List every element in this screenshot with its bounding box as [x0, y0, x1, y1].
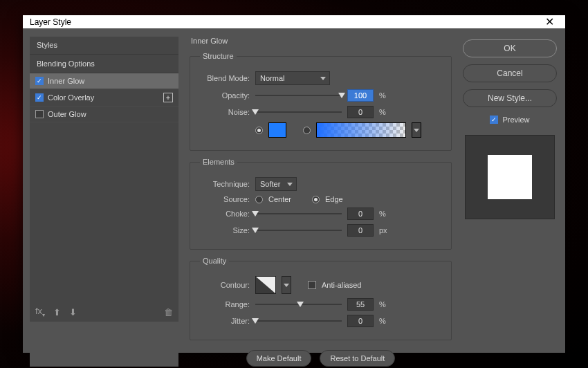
- close-icon[interactable]: ✕: [541, 15, 558, 28]
- antialiased-label: Anti-aliased: [322, 281, 361, 289]
- blending-options[interactable]: Blending Options: [30, 55, 178, 73]
- group-structure: Structure Blend Mode: Normal Opacity: 10…: [190, 52, 452, 151]
- new-style-button[interactable]: New Style...: [463, 89, 557, 107]
- checkbox-outer-glow[interactable]: [35, 110, 44, 118]
- choke-label: Choke:: [200, 210, 250, 218]
- effect-label: Color Overlay: [48, 93, 94, 102]
- action-panel: OK Cancel New Style... Preview: [463, 37, 557, 367]
- panel-title: Inner Glow: [190, 37, 452, 45]
- effect-inner-glow[interactable]: Inner Glow: [30, 73, 178, 89]
- range-label: Range:: [200, 300, 250, 309]
- dialog-title: Layer Style: [30, 17, 71, 27]
- group-legend: Quality: [200, 257, 229, 265]
- gradient-swatch[interactable]: [316, 122, 406, 138]
- choke-input[interactable]: 0: [347, 208, 374, 220]
- effect-outer-glow[interactable]: Outer Glow: [30, 107, 178, 122]
- noise-input[interactable]: 0: [347, 106, 374, 118]
- technique-label: Technique:: [200, 180, 250, 188]
- styles-panel: Styles Blending Options Inner Glow Color…: [30, 37, 178, 367]
- preview-checkbox[interactable]: [490, 116, 498, 124]
- effect-label: Outer Glow: [48, 110, 86, 118]
- jitter-input[interactable]: 0: [347, 315, 374, 327]
- settings-panel: Inner Glow Structure Blend Mode: Normal …: [190, 37, 452, 367]
- size-input[interactable]: 0: [347, 224, 374, 237]
- unit: %: [379, 210, 392, 218]
- source-center-radio[interactable]: [255, 196, 263, 203]
- antialiased-checkbox[interactable]: [308, 281, 316, 289]
- opacity-label: Opacity:: [200, 91, 250, 100]
- cancel-button[interactable]: Cancel: [463, 64, 557, 82]
- effect-label: Inner Glow: [48, 77, 84, 85]
- styles-header[interactable]: Styles: [30, 37, 178, 55]
- fx-menu-icon[interactable]: fx▾: [35, 306, 45, 318]
- size-label: Size:: [200, 226, 250, 234]
- opacity-input[interactable]: 100: [347, 89, 374, 102]
- source-center-label: Center: [268, 195, 291, 203]
- contour-picker[interactable]: [255, 276, 276, 294]
- group-legend: Elements: [200, 158, 237, 166]
- group-quality: Quality Contour: Anti-aliased Range: 55 …: [190, 257, 452, 340]
- titlebar: Layer Style ✕: [23, 15, 565, 28]
- jitter-slider[interactable]: [255, 316, 342, 326]
- add-effect-icon[interactable]: +: [163, 93, 173, 102]
- unit: %: [379, 91, 392, 100]
- gradient-dropdown-icon[interactable]: [412, 122, 421, 138]
- source-edge-label: Edge: [325, 195, 343, 203]
- move-up-icon[interactable]: ⬆: [53, 307, 61, 318]
- preview-swatch: [488, 155, 532, 199]
- range-slider[interactable]: [255, 300, 342, 309]
- checkbox-color-overlay[interactable]: [35, 93, 44, 102]
- opacity-slider[interactable]: [255, 91, 342, 100]
- trash-icon[interactable]: 🗑: [164, 307, 173, 318]
- reset-default-button[interactable]: Reset to Default: [320, 350, 395, 367]
- color-gradient-radio[interactable]: [303, 127, 311, 134]
- unit: %: [379, 300, 392, 309]
- jitter-label: Jitter:: [200, 317, 250, 325]
- layer-style-dialog: Layer Style ✕ Styles Blending Options In…: [23, 15, 565, 353]
- source-label: Source:: [200, 195, 250, 203]
- group-legend: Structure: [200, 52, 237, 60]
- noise-label: Noise:: [200, 108, 250, 116]
- unit: px: [379, 226, 392, 234]
- unit: %: [379, 108, 392, 116]
- choke-slider[interactable]: [255, 209, 342, 219]
- blend-mode-select[interactable]: Normal: [255, 71, 330, 85]
- styles-footer: fx▾ ⬆ ⬇ 🗑: [30, 302, 178, 322]
- group-elements: Elements Technique: Softer Source: Cente…: [190, 158, 452, 250]
- source-edge-radio[interactable]: [312, 196, 320, 203]
- contour-label: Contour:: [200, 281, 250, 289]
- checkbox-inner-glow[interactable]: [35, 77, 44, 85]
- move-down-icon[interactable]: ⬇: [69, 307, 77, 318]
- contour-dropdown-icon[interactable]: [282, 276, 291, 294]
- preview-box: [465, 135, 555, 219]
- unit: %: [379, 317, 392, 325]
- size-slider[interactable]: [255, 226, 342, 235]
- color-swatch[interactable]: [268, 122, 286, 138]
- ok-button[interactable]: OK: [463, 39, 557, 57]
- noise-slider[interactable]: [255, 107, 342, 117]
- make-default-button[interactable]: Make Default: [246, 350, 312, 367]
- color-solid-radio[interactable]: [255, 127, 263, 134]
- range-input[interactable]: 55: [347, 298, 374, 311]
- technique-select[interactable]: Softer: [255, 177, 297, 191]
- effect-color-overlay[interactable]: Color Overlay +: [30, 89, 178, 107]
- blend-mode-label: Blend Mode:: [200, 74, 250, 82]
- preview-label: Preview: [502, 116, 529, 124]
